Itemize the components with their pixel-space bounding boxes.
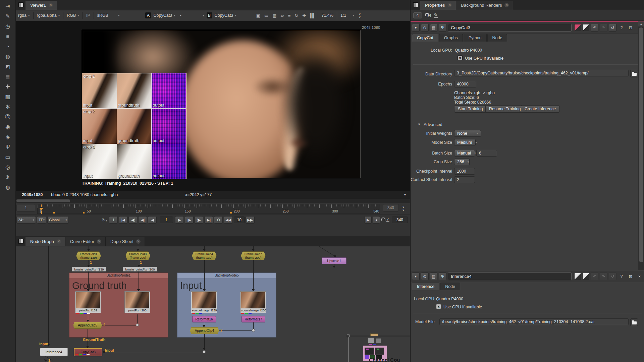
undo-icon[interactable]: ↶ xyxy=(591,273,598,280)
node-thumb-paintfix-f139[interactable]: paintFix_f139 xyxy=(75,291,101,313)
close-icon[interactable]: ✕ xyxy=(447,3,452,7)
node-reformat17[interactable]: Reformat17 xyxy=(241,316,265,322)
tab-properties[interactable]: Properties✕ xyxy=(420,1,456,10)
image-icon[interactable]: ⇥ xyxy=(3,3,12,10)
mini-node[interactable] xyxy=(368,338,374,343)
display-dropdown[interactable]: RGB▾ xyxy=(64,12,82,19)
center-node-icon[interactable]: ⊙ xyxy=(421,24,429,32)
next-frame-button[interactable]: |▶ xyxy=(185,216,194,224)
resume-training-button[interactable]: Resume Training xyxy=(485,105,525,113)
undo-icon[interactable]: ↶ xyxy=(591,24,598,32)
revert-icon[interactable]: ↺ xyxy=(609,24,616,32)
ab-mode-dropdown[interactable]: -▾ xyxy=(178,12,207,19)
close-icon[interactable]: ✕ xyxy=(57,239,61,244)
batch-size-mode-dropdown[interactable]: Manual▾ xyxy=(454,150,475,157)
ip-toggle[interactable]: IP xyxy=(84,12,93,19)
help-icon[interactable]: ? xyxy=(618,273,626,280)
redo-icon[interactable]: ↷ xyxy=(600,273,607,280)
wrench-icon[interactable]: Ψ xyxy=(439,24,446,32)
data-directory-input[interactable]: 3_Post/2D/CopyCat/beauty/bruise/checkpoi… xyxy=(454,70,629,76)
initial-weights-dropdown[interactable]: None▾ xyxy=(454,130,481,137)
properties-scrollbar[interactable]: ▲ xyxy=(638,21,644,270)
3d-icon[interactable]: ▧ xyxy=(3,93,12,100)
max-panels-input[interactable]: 4 xyxy=(413,12,422,18)
pane-menu-icon[interactable] xyxy=(18,2,23,7)
toolsets-icon[interactable]: Ψ xyxy=(3,143,12,150)
advanced-collapse-icon[interactable]: ▼ xyxy=(418,123,421,126)
node-appendclip4[interactable]: AppendClip4 xyxy=(190,327,219,334)
center-icon[interactable]: ✚ xyxy=(300,13,308,18)
revert-icon[interactable]: ↺ xyxy=(609,273,616,280)
tab-curve-editor[interactable]: Curve Editor✕ xyxy=(65,237,106,246)
node-framehold7[interactable]: FrameHold7(frame 200) xyxy=(241,251,266,260)
tab-copycat-copycat[interactable]: CopyCat xyxy=(412,34,438,42)
checkpoint-interval-input[interactable]: 1000 xyxy=(454,168,475,175)
node-framehold3[interactable]: FrameHold3(frame 200) xyxy=(125,251,150,260)
crop-size-dropdown[interactable]: 256▾ xyxy=(454,159,470,165)
next-keyframe-button[interactable]: ¦▶ xyxy=(195,216,203,224)
float-panel-icon[interactable]: ⊡ xyxy=(627,24,634,32)
step-back-button[interactable]: ◀◀ xyxy=(224,216,233,224)
first-frame-button[interactable]: |◀ xyxy=(119,216,127,224)
close-panel-icon[interactable]: × xyxy=(636,273,643,280)
filter-icon[interactable]: ◍ xyxy=(3,53,12,60)
end-frame-box[interactable]: 340 xyxy=(392,217,408,223)
views-icon[interactable]: ◉ xyxy=(3,123,12,130)
furnace-icon[interactable]: ◎ xyxy=(3,164,12,171)
monitor-icon[interactable]: ▤ xyxy=(430,24,438,32)
step-forward-button[interactable]: ▶▶ xyxy=(246,216,255,224)
close-icon[interactable]: ✕ xyxy=(97,239,101,244)
zoom-level[interactable]: 71.4% xyxy=(319,12,335,19)
prev-frame-button[interactable]: ◀| xyxy=(138,216,147,224)
create-inference-button[interactable]: Create Inference xyxy=(521,105,559,113)
input-b-dropdown[interactable]: CopyCat3▾ xyxy=(212,12,239,19)
wire-dot[interactable] xyxy=(136,323,139,326)
node-paintfix-f200[interactable]: brusie_paintFix_f200 xyxy=(123,267,157,272)
in-point-button[interactable]: I xyxy=(109,216,118,224)
collapse-icon[interactable]: ▼ xyxy=(412,273,420,280)
wipe-icon[interactable]: ▨ xyxy=(270,13,278,18)
keyer-icon[interactable]: ◩ xyxy=(3,63,12,70)
node-appendclip5[interactable]: AppendClip5 xyxy=(73,322,102,329)
node-framehold1[interactable]: FrameHold1(frame 139) xyxy=(76,251,101,260)
deep-icon[interactable]: Ⓓ xyxy=(3,113,12,120)
loop-mode-icon[interactable]: ↻▾ xyxy=(100,218,109,223)
model-size-dropdown[interactable]: Medium▾ xyxy=(454,139,476,146)
channel-icon[interactable]: ≡ xyxy=(3,33,12,40)
cliptest-icon[interactable]: ▱ xyxy=(279,13,286,18)
merge-icon[interactable]: ≣ xyxy=(3,73,12,80)
timeline-ruler[interactable]: 150100150200250300340 1 xyxy=(37,204,380,214)
viewer-canvas[interactable]: inputcrop 1groundtruthoutputinputcrop 2g… xyxy=(16,21,410,191)
help-icon[interactable]: ? xyxy=(618,24,626,32)
record-icon[interactable]: ● xyxy=(373,216,380,224)
channels-dropdown[interactable]: rgba▾ xyxy=(16,12,32,19)
gl-color-swatch[interactable] xyxy=(583,24,590,31)
metadata-icon[interactable]: ◈ xyxy=(3,133,12,140)
mini-node[interactable] xyxy=(370,334,378,336)
play-backward-button[interactable]: ◀ xyxy=(148,216,157,224)
viewer-hscrollbar[interactable] xyxy=(16,199,410,203)
node-thumb-sourceimage-f200[interactable]: sourceImage_f200 xyxy=(240,291,266,313)
float-panel-icon[interactable]: ⊡ xyxy=(627,273,634,280)
pane-menu-icon[interactable] xyxy=(18,239,23,244)
layer-dropdown[interactable]: rgba.alpha▾ xyxy=(35,12,62,19)
folder-browse-icon[interactable] xyxy=(630,70,638,77)
proxy-ratio-dropdown[interactable]: 1:1▾ xyxy=(338,12,357,19)
node-color-swatch[interactable] xyxy=(574,24,581,31)
frame-step-box[interactable]: 10 xyxy=(234,217,245,223)
node-copycat3[interactable]: CopyCat3 xyxy=(74,348,102,356)
other-icon[interactable]: ▭ xyxy=(3,154,12,161)
node-upscale1[interactable]: Upscale1 xyxy=(322,257,346,264)
range-end-box[interactable]: 340 xyxy=(383,204,399,212)
tab-dope-sheet[interactable]: Dope Sheet✕ xyxy=(106,237,145,246)
transform-icon[interactable]: ✚ xyxy=(3,83,12,90)
flipbook-play-icon[interactable]: ▶ xyxy=(364,216,372,224)
node-reformat16[interactable]: Reformat16 xyxy=(192,316,216,322)
tab-inference-node[interactable]: Node xyxy=(440,283,460,290)
ocio-icon[interactable]: ◍ xyxy=(3,184,12,191)
info-expand-icon[interactable]: ▼ xyxy=(404,193,407,196)
air-ml-icon[interactable]: ❋ xyxy=(3,174,12,181)
gl-color-swatch[interactable] xyxy=(583,273,590,280)
collapse-icon[interactable]: ▼ xyxy=(412,24,420,32)
tab-inference-inference[interactable]: Inference xyxy=(412,283,439,290)
